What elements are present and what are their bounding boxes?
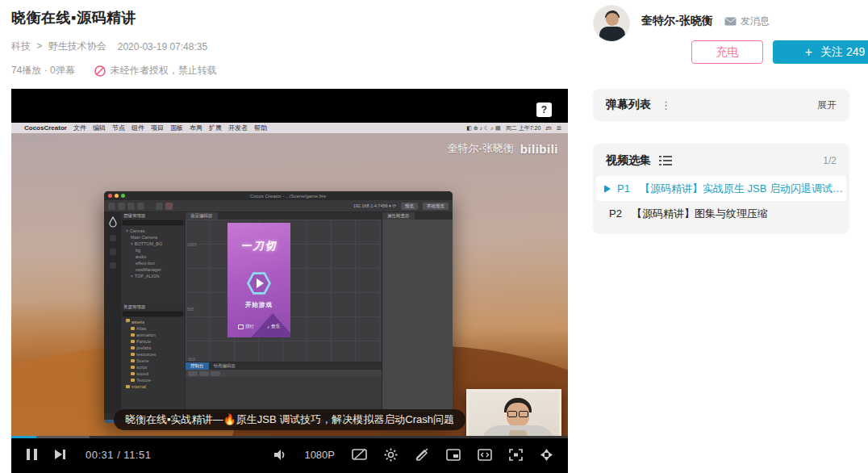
- rect-tool-icon[interactable]: [137, 203, 144, 210]
- hierarchy-panel-title: 层级管理器: [121, 212, 185, 220]
- sidebar: 奎特尔-张晓衡 发消息 充电 + 关注 249: [593, 5, 849, 64]
- playlist-item-p2[interactable]: P2 【源码精讲】图集与纹理压缩: [593, 201, 849, 226]
- hierarchy-search-input[interactable]: [123, 220, 183, 225]
- pause-button[interactable]: [26, 448, 38, 461]
- tree-node[interactable]: effect-box: [121, 260, 185, 266]
- window-title: Cocos Creator - .../Scene/game.fire: [127, 194, 449, 199]
- tree-node[interactable]: Canvas: [121, 228, 185, 234]
- game-title: 一刀切: [241, 239, 278, 253]
- anchor-toggle-icon[interactable]: [165, 203, 173, 210]
- seek-bar[interactable]: [11, 436, 568, 438]
- tree-node[interactable]: audio: [121, 253, 185, 260]
- playlist-page-indicator: 1/2: [823, 155, 837, 166]
- playlist-list-icon[interactable]: [659, 156, 672, 165]
- menu-developer: 开发者: [228, 123, 248, 132]
- video-viewport[interactable]: ? CocosCreator 文件 编辑 节点 组件 项目 面板 布局: [11, 89, 568, 436]
- tree-node[interactable]: newManager: [121, 266, 185, 273]
- editor-toolbar: 192.168.1.4:7456 ▾ ⟳ 预览 本地预览: [104, 200, 453, 212]
- animation-editor-tab[interactable]: 动画编辑器: [209, 362, 241, 370]
- assets-search-input[interactable]: [123, 312, 183, 316]
- zoom-window-icon[interactable]: [121, 194, 125, 198]
- game-preview-canvas: 一刀切 开始游戏 排行: [227, 223, 290, 337]
- asset-folder[interactable]: Texture: [121, 377, 185, 383]
- quality-selector[interactable]: 1080P: [304, 449, 335, 461]
- theater-mode-button[interactable]: [540, 448, 553, 462]
- uploader-name[interactable]: 奎特尔-张晓衡: [641, 14, 713, 28]
- menubar-clock: 周二 上午7:20: [506, 124, 541, 132]
- inspector-tab[interactable]: 属性检查器: [382, 212, 415, 220]
- scale-tool-icon[interactable]: [127, 203, 135, 210]
- danmaku-expand-button[interactable]: 展开: [817, 98, 837, 112]
- menu-project: 项目: [151, 123, 164, 132]
- breadcrumb-subcategory[interactable]: 野生技术协会: [48, 40, 106, 52]
- console-filter-button[interactable]: [211, 371, 220, 376]
- tree-node[interactable]: Main Camera: [121, 234, 185, 241]
- blocked-words-button[interactable]: [415, 448, 429, 461]
- send-message-label: 发消息: [741, 15, 770, 28]
- web-fullscreen-button[interactable]: [478, 449, 492, 461]
- rank-button[interactable]: 排行: [238, 324, 254, 329]
- preview-address[interactable]: 192.168.1.4:7456 ▾ ⟳: [353, 203, 396, 208]
- playlist-item-p1[interactable]: P1 【源码精讲】实战原生 JSB 启动闪退调试技术: [596, 176, 846, 201]
- asset-folder[interactable]: sound: [121, 370, 185, 377]
- scene-view[interactable]: 1003 503 -503 一刀切 开始游戏: [186, 220, 382, 362]
- asset-folder[interactable]: prefabs: [121, 345, 185, 351]
- next-video-button[interactable]: [54, 449, 66, 460]
- rotate-tool-icon[interactable]: [118, 203, 125, 210]
- follow-label: 关注 249: [820, 45, 865, 60]
- local-preview-button[interactable]: 本地预览: [423, 203, 449, 210]
- tree-node[interactable]: bg: [121, 247, 185, 253]
- page-title: 晓衡在线▪源码精讲: [11, 8, 568, 27]
- follow-button[interactable]: + 关注 249: [773, 40, 868, 64]
- breadcrumb-category[interactable]: 科技: [11, 40, 31, 52]
- asset-folder[interactable]: internal: [121, 383, 185, 390]
- asset-folder[interactable]: assets: [121, 319, 185, 325]
- send-message-link[interactable]: 发消息: [724, 15, 770, 28]
- charge-button[interactable]: 充电: [691, 40, 763, 64]
- console-panel: 控制台 动画编辑器: [186, 362, 382, 413]
- macos-menubar: CocosCreator 文件 编辑 节点 组件 项目 面板 布局 扩展 开发者…: [11, 123, 568, 133]
- video-watermark: 奎特尔-张晓衡 bilibili: [447, 141, 558, 156]
- watermark-name: 奎特尔-张晓衡: [447, 141, 513, 156]
- move-tool-icon[interactable]: [108, 203, 115, 210]
- close-window-icon[interactable]: [108, 194, 112, 198]
- uploader-avatar[interactable]: [593, 5, 630, 42]
- playlist-item-title: 【源码精讲】图集与纹理压缩: [632, 207, 768, 221]
- asset-folder[interactable]: Particle: [121, 338, 185, 345]
- asset-folder[interactable]: Atlas: [121, 325, 185, 332]
- danmaku-settings-button[interactable]: [384, 448, 398, 462]
- scene-editor-tab[interactable]: 场景编辑器: [186, 212, 218, 220]
- asset-folder[interactable]: Scene: [121, 358, 185, 364]
- webcam-overlay: [466, 389, 561, 436]
- console-tab[interactable]: 控制台: [186, 362, 209, 370]
- danmaku-list-panel: 弹幕列表 ⋮ 展开: [593, 89, 849, 121]
- fullscreen-button[interactable]: [509, 449, 523, 461]
- dock-item-icon[interactable]: [110, 249, 116, 255]
- pivot-toggle-icon[interactable]: [156, 203, 163, 210]
- window-titlebar: Cocos Creator - .../Scene/game.fire: [104, 191, 453, 200]
- music-button[interactable]: ♪ 音乐: [267, 324, 280, 329]
- console-filter-button[interactable]: [188, 371, 198, 376]
- asset-folder[interactable]: animation: [121, 332, 185, 338]
- minimize-window-icon[interactable]: [115, 194, 119, 198]
- pip-button[interactable]: [446, 449, 461, 461]
- start-game-button[interactable]: [247, 271, 271, 295]
- tree-node[interactable]: TOP_ALIGN: [121, 273, 185, 279]
- console-filter-button[interactable]: [199, 371, 209, 376]
- dock-item-icon[interactable]: [110, 235, 116, 241]
- menu-extension: 扩展: [209, 123, 222, 132]
- danmaku-menu-icon[interactable]: ⋮: [661, 99, 671, 111]
- asset-folder[interactable]: resources: [121, 351, 185, 358]
- danmaku-toggle-button[interactable]: [352, 448, 367, 461]
- player-help-button[interactable]: ?: [536, 103, 552, 117]
- playlist-item-id: P1: [617, 182, 630, 195]
- music-note-icon: ♪: [267, 324, 269, 329]
- assets-tree: assets Atlas animation Particle prefabs …: [121, 317, 185, 413]
- bilibili-watch-page: 晓衡在线▪源码精讲 科技 > 野生技术协会 2020-03-19 07:48:3…: [0, 0, 868, 473]
- dock-item-icon[interactable]: [110, 262, 116, 269]
- volume-button[interactable]: [273, 449, 287, 461]
- asset-folder[interactable]: script: [121, 364, 185, 370]
- tree-node[interactable]: BOTTOM_BG: [121, 241, 185, 247]
- console-log-area: [186, 377, 382, 413]
- preview-button[interactable]: 预览: [401, 203, 418, 210]
